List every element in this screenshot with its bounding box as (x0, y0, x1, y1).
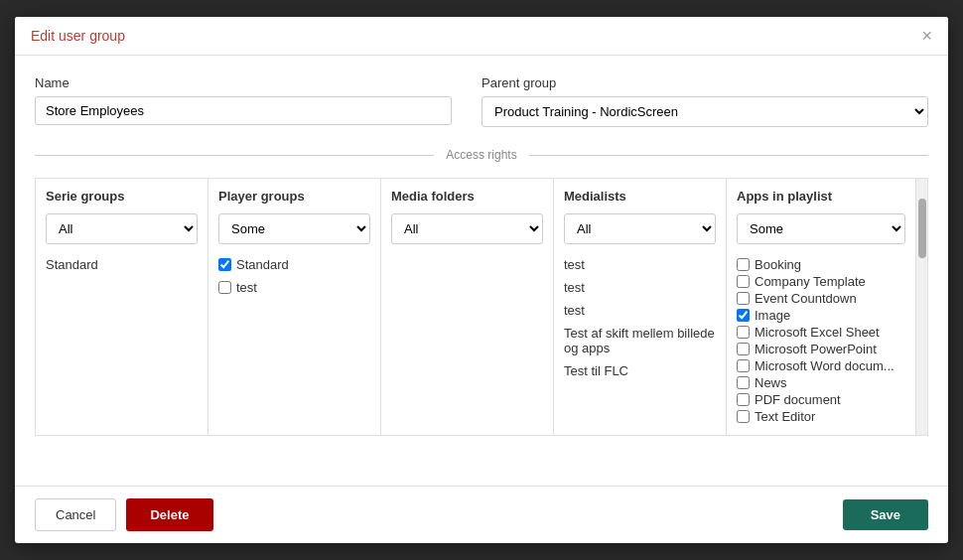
list-item: test (564, 256, 716, 273)
serie-groups-col: Serie groups All Some None Standard (36, 179, 208, 435)
checkbox-label: test (236, 280, 257, 295)
checkbox-item: Image (737, 307, 905, 324)
apps-col: Apps in playlist All Some None Booking (727, 179, 915, 435)
checkbox-label: Microsoft Excel Sheet (755, 325, 880, 340)
company-template-checkbox[interactable] (737, 275, 750, 288)
checkbox-item: PDF document (737, 391, 905, 408)
text-editor-checkbox[interactable] (737, 410, 750, 423)
access-rights-divider: Access rights (35, 147, 928, 162)
medialists-col: Medialists All Some None test test test … (554, 179, 727, 435)
checkbox-item: Microsoft Excel Sheet (737, 324, 905, 341)
save-button[interactable]: Save (843, 499, 928, 530)
medialists-select[interactable]: All Some None (564, 213, 716, 244)
parent-group-label: Parent group (482, 75, 928, 90)
checkbox-item: Microsoft Word docum... (737, 357, 905, 374)
standard-checkbox[interactable] (218, 258, 231, 271)
name-input[interactable] (35, 96, 452, 125)
modal-footer: Cancel Delete Save (15, 486, 948, 543)
list-item: Standard (46, 256, 198, 273)
modal-title: Edit user group (31, 28, 125, 44)
checkbox-label: Booking (755, 257, 801, 272)
media-folders-header: Media folders (391, 189, 543, 204)
name-form-group: Name (35, 75, 452, 127)
scrollbar-thumb (918, 199, 926, 258)
scrollbar[interactable] (915, 179, 927, 435)
checkbox-label: Microsoft Word docum... (755, 358, 894, 373)
name-label: Name (35, 75, 452, 90)
medialists-header: Medialists (564, 189, 716, 204)
parent-group-form-group: Parent group Product Training - NordicSc… (482, 75, 928, 127)
serie-groups-header: Serie groups (46, 189, 198, 204)
cancel-button[interactable]: Cancel (35, 498, 116, 531)
checkbox-label: PDF document (755, 392, 841, 407)
excel-checkbox[interactable] (737, 326, 750, 339)
delete-button[interactable]: Delete (126, 498, 212, 531)
news-checkbox[interactable] (737, 376, 750, 389)
test-checkbox[interactable] (218, 281, 231, 294)
checkbox-label: Event Countdown (755, 291, 857, 306)
event-countdown-checkbox[interactable] (737, 292, 750, 305)
checkbox-item: Microsoft PowerPoint (737, 341, 905, 357)
checkbox-item: Company Template (737, 273, 905, 290)
checkbox-item: News (737, 374, 905, 391)
player-groups-header: Player groups (218, 189, 370, 204)
checkbox-item: test (218, 279, 370, 296)
apps-select[interactable]: All Some None (737, 213, 905, 244)
checkbox-item: Event Countdown (737, 290, 905, 307)
access-rights-label: Access rights (434, 148, 528, 162)
modal-body: Name Parent group Product Training - Nor… (15, 56, 948, 486)
parent-group-select[interactable]: Product Training - NordicScreen None Gro… (482, 96, 928, 127)
media-folders-col: Media folders All Some None (381, 179, 554, 435)
checkbox-label: News (755, 375, 787, 390)
word-checkbox[interactable] (737, 359, 750, 372)
edit-user-group-modal: Edit user group × Name Parent group Prod… (15, 17, 948, 543)
checkbox-item: Booking (737, 256, 905, 273)
list-item: Test til FLC (564, 362, 716, 379)
checkbox-label: Text Editor (755, 409, 815, 424)
image-checkbox[interactable] (737, 309, 750, 322)
modal-header: Edit user group × (15, 17, 948, 56)
footer-left: Cancel Delete (35, 498, 213, 531)
top-form-row: Name Parent group Product Training - Nor… (35, 75, 928, 127)
modal-overlay: Edit user group × Name Parent group Prod… (0, 0, 963, 560)
access-rights-grid: Serie groups All Some None Standard Play… (35, 178, 928, 436)
checkbox-item: Standard (218, 256, 370, 273)
pdf-checkbox[interactable] (737, 393, 750, 406)
player-groups-col: Player groups All Some None Standard tes… (208, 179, 381, 435)
booking-checkbox[interactable] (737, 258, 750, 271)
powerpoint-checkbox[interactable] (737, 343, 750, 355)
apps-list: Booking Company Template Event Countdown (737, 256, 905, 425)
checkbox-label: Company Template (755, 274, 866, 289)
player-groups-select[interactable]: All Some None (218, 213, 370, 244)
checkbox-label: Image (755, 308, 790, 323)
serie-groups-select[interactable]: All Some None (46, 213, 198, 244)
list-item: test (564, 302, 716, 319)
checkbox-item: Text Editor (737, 408, 905, 425)
apps-header: Apps in playlist (737, 189, 905, 204)
close-button[interactable]: × (921, 27, 932, 45)
checkbox-label: Microsoft PowerPoint (755, 342, 877, 356)
list-item: Test af skift mellem billede og apps (564, 325, 716, 356)
list-item: test (564, 279, 716, 296)
media-folders-select[interactable]: All Some None (391, 213, 543, 244)
checkbox-label: Standard (236, 257, 289, 272)
